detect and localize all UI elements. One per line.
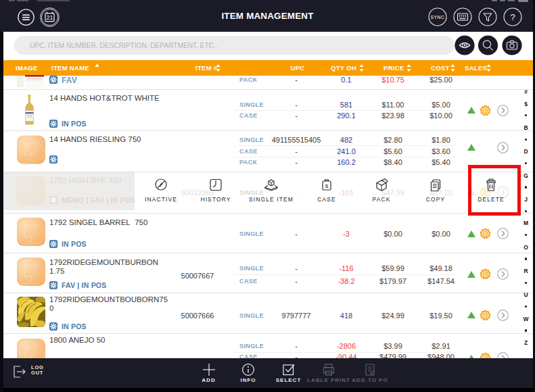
svg-text:?: ? <box>510 12 515 22</box>
svg-text:D: D <box>484 313 487 318</box>
svg-text:SYNC: SYNC <box>431 15 445 20</box>
svg-text:D: D <box>484 108 487 113</box>
svg-text:D: D <box>484 231 487 236</box>
svg-text:D: D <box>484 272 487 276</box>
svg-text:$: $ <box>325 183 329 189</box>
